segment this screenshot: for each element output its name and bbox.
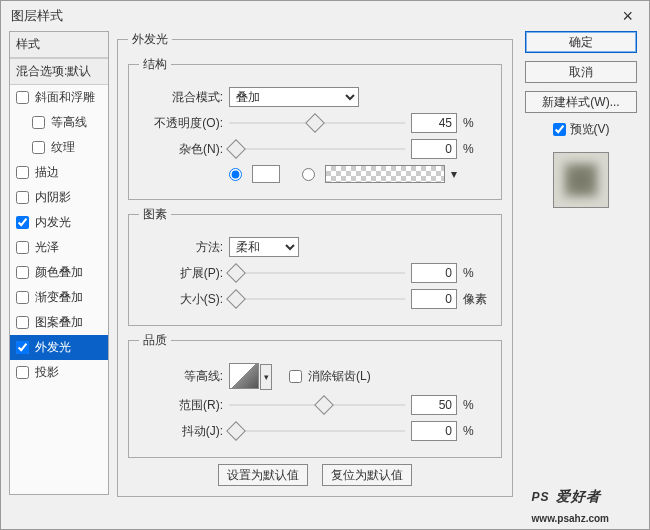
sidebar-item-7[interactable]: 颜色叠加 — [10, 260, 108, 285]
quality-legend: 品质 — [139, 332, 171, 349]
contour-picker[interactable]: ▾ — [229, 363, 259, 389]
sidebar-checkbox-3[interactable] — [16, 166, 29, 179]
spread-label: 扩展(P): — [139, 265, 223, 282]
sidebar-checkbox-10[interactable] — [16, 341, 29, 354]
outer-glow-group: 外发光 结构 混合模式: 叠加 不透明度(O): % 杂色(N): % — [117, 31, 513, 497]
range-unit: % — [463, 398, 491, 412]
sidebar-item-11[interactable]: 投影 — [10, 360, 108, 385]
blend-options-header[interactable]: 混合选项:默认 — [10, 58, 108, 85]
blend-mode-label: 混合模式: — [139, 89, 223, 106]
spread-input[interactable] — [411, 263, 457, 283]
sidebar-item-label: 图案叠加 — [35, 314, 83, 331]
opacity-label: 不透明度(O): — [139, 115, 223, 132]
sidebar-item-label: 渐变叠加 — [35, 289, 83, 306]
size-slider[interactable] — [229, 291, 405, 307]
noise-unit: % — [463, 142, 491, 156]
size-label: 大小(S): — [139, 291, 223, 308]
sidebar-item-0[interactable]: 斜面和浮雕 — [10, 85, 108, 110]
titlebar: 图层样式 × — [1, 1, 649, 31]
quality-group: 品质 等高线: ▾ 消除锯齿(L) 范围(R): % 抖动(J): — [128, 332, 502, 458]
sidebar-item-label: 斜面和浮雕 — [35, 89, 95, 106]
panel-title: 外发光 — [128, 31, 172, 48]
sidebar-item-1[interactable]: 等高线 — [10, 110, 108, 135]
sidebar-item-5[interactable]: 内发光 — [10, 210, 108, 235]
spread-unit: % — [463, 266, 491, 280]
content: 样式 混合选项:默认 斜面和浮雕等高线纹理描边内阴影内发光光泽颜色叠加渐变叠加图… — [1, 31, 649, 501]
sidebar-item-label: 内发光 — [35, 214, 71, 231]
elements-group: 图素 方法: 柔和 扩展(P): % 大小(S): 像素 — [128, 206, 502, 326]
elements-legend: 图素 — [139, 206, 171, 223]
ok-button[interactable]: 确定 — [525, 31, 637, 53]
sidebar-checkbox-11[interactable] — [16, 366, 29, 379]
color-solid-radio[interactable] — [229, 168, 242, 181]
sidebar-item-9[interactable]: 图案叠加 — [10, 310, 108, 335]
style-list: 样式 混合选项:默认 斜面和浮雕等高线纹理描边内阴影内发光光泽颜色叠加渐变叠加图… — [9, 31, 109, 495]
opacity-unit: % — [463, 116, 491, 130]
sidebar-item-8[interactable]: 渐变叠加 — [10, 285, 108, 310]
sidebar-checkbox-2[interactable] — [32, 141, 45, 154]
spread-slider[interactable] — [229, 265, 405, 281]
sidebar-item-3[interactable]: 描边 — [10, 160, 108, 185]
sidebar-checkbox-1[interactable] — [32, 116, 45, 129]
opacity-slider[interactable] — [229, 115, 405, 131]
noise-label: 杂色(N): — [139, 141, 223, 158]
noise-input[interactable] — [411, 139, 457, 159]
sidebar-checkbox-8[interactable] — [16, 291, 29, 304]
chevron-down-icon[interactable]: ▾ — [260, 364, 272, 390]
sidebar-item-4[interactable]: 内阴影 — [10, 185, 108, 210]
new-style-button[interactable]: 新建样式(W)... — [525, 91, 637, 113]
sidebar-item-label: 内阴影 — [35, 189, 71, 206]
size-input[interactable] — [411, 289, 457, 309]
antialias-label: 消除锯齿(L) — [308, 368, 371, 385]
preview-swatch — [553, 152, 609, 208]
structure-legend: 结构 — [139, 56, 171, 73]
range-slider[interactable] — [229, 397, 405, 413]
color-swatch[interactable] — [252, 165, 280, 183]
sidebar-item-6[interactable]: 光泽 — [10, 235, 108, 260]
close-icon[interactable]: × — [616, 1, 639, 31]
watermark: PS 爱好者 www.psahz.com — [532, 485, 609, 527]
preview-label: 预览(V) — [570, 121, 610, 138]
noise-slider[interactable] — [229, 141, 405, 157]
gradient-swatch[interactable] — [325, 165, 445, 183]
sidebar-item-10[interactable]: 外发光 — [10, 335, 108, 360]
sidebar-item-label: 描边 — [35, 164, 59, 181]
range-label: 范围(R): — [139, 397, 223, 414]
sidebar-item-label: 光泽 — [35, 239, 59, 256]
blend-mode-select[interactable]: 叠加 — [229, 87, 359, 107]
opacity-input[interactable] — [411, 113, 457, 133]
color-gradient-radio[interactable] — [302, 168, 315, 181]
sidebar-item-2[interactable]: 纹理 — [10, 135, 108, 160]
cancel-button[interactable]: 取消 — [525, 61, 637, 83]
window-title: 图层样式 — [11, 1, 63, 31]
jitter-unit: % — [463, 424, 491, 438]
reset-default-button[interactable]: 复位为默认值 — [322, 464, 412, 486]
structure-group: 结构 混合模式: 叠加 不透明度(O): % 杂色(N): % — [128, 56, 502, 200]
jitter-label: 抖动(J): — [139, 423, 223, 440]
set-default-button[interactable]: 设置为默认值 — [218, 464, 308, 486]
sidebar-item-label: 外发光 — [35, 339, 71, 356]
chevron-down-icon[interactable]: ▾ — [451, 167, 457, 181]
sidebar-checkbox-4[interactable] — [16, 191, 29, 204]
sidebar-checkbox-9[interactable] — [16, 316, 29, 329]
range-input[interactable] — [411, 395, 457, 415]
sidebar-item-label: 纹理 — [51, 139, 75, 156]
sidebar-item-label: 等高线 — [51, 114, 87, 131]
sidebar-checkbox-7[interactable] — [16, 266, 29, 279]
contour-label: 等高线: — [139, 368, 223, 385]
sidebar-checkbox-0[interactable] — [16, 91, 29, 104]
style-header[interactable]: 样式 — [10, 32, 108, 58]
sidebar-item-label: 投影 — [35, 364, 59, 381]
right-panel: 确定 取消 新建样式(W)... 预览(V) — [521, 31, 641, 495]
sidebar-checkbox-6[interactable] — [16, 241, 29, 254]
sidebar-item-label: 颜色叠加 — [35, 264, 83, 281]
technique-select[interactable]: 柔和 — [229, 237, 299, 257]
settings-panel: 外发光 结构 混合模式: 叠加 不透明度(O): % 杂色(N): % — [117, 31, 513, 495]
sidebar-checkbox-5[interactable] — [16, 216, 29, 229]
antialias-checkbox[interactable] — [289, 370, 302, 383]
size-unit: 像素 — [463, 291, 491, 308]
technique-label: 方法: — [139, 239, 223, 256]
jitter-slider[interactable] — [229, 423, 405, 439]
jitter-input[interactable] — [411, 421, 457, 441]
preview-checkbox[interactable] — [553, 123, 566, 136]
